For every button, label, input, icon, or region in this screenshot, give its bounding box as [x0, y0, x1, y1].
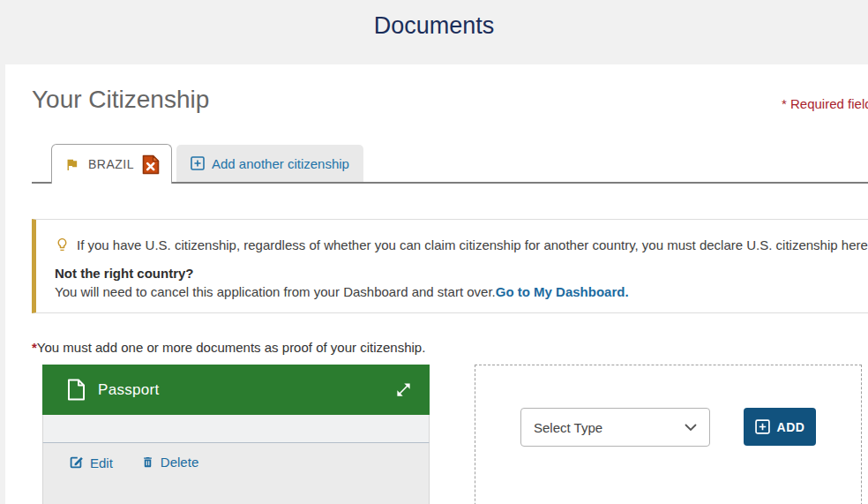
- add-document-button[interactable]: ADD: [744, 408, 816, 446]
- passport-card-title: Passport: [98, 381, 395, 399]
- remove-citizenship-icon[interactable]: [142, 154, 160, 175]
- trash-icon: [141, 455, 154, 470]
- passport-document-card: Passport Edit: [42, 365, 430, 504]
- content-card: * Required field Your Citizenship BRAZIL: [5, 64, 868, 504]
- info-line-text: If you have U.S. citizenship, regardless…: [77, 237, 868, 252]
- flag-icon: [64, 157, 80, 172]
- tab-add-label: Add another citizenship: [212, 156, 349, 171]
- citizenship-info-box: If you have U.S. citizenship, regardless…: [32, 219, 868, 313]
- delete-label: Delete: [161, 455, 198, 470]
- page-header: Documents: [0, 0, 868, 64]
- passport-card-subheader: [42, 415, 430, 443]
- plus-square-icon: [755, 419, 770, 434]
- edit-link[interactable]: Edit: [68, 455, 113, 470]
- lightbulb-icon: [55, 235, 70, 254]
- documents-requirement: *You must add one or more documents as p…: [32, 340, 868, 355]
- plus-square-icon: [191, 156, 205, 170]
- expand-icon[interactable]: [395, 381, 412, 398]
- section-title: Your Citizenship: [32, 84, 868, 116]
- page-title: Documents: [0, 0, 868, 40]
- chevron-down-icon: [685, 424, 697, 432]
- select-type-value: Select Type: [534, 420, 685, 435]
- passport-card-header: Passport: [42, 365, 430, 415]
- select-type-dropdown[interactable]: Select Type: [520, 408, 710, 447]
- passport-card-actions: Edit Delete: [42, 443, 430, 504]
- add-document-panel: Select Type ADD: [475, 365, 862, 504]
- info-line2-text: You will need to cancel this application…: [55, 284, 496, 299]
- go-to-dashboard-link[interactable]: Go to My Dashboard.: [496, 284, 629, 299]
- required-field-note: * Required field: [782, 96, 868, 111]
- documents-area: Passport Edit: [42, 365, 868, 504]
- delete-link[interactable]: Delete: [141, 455, 198, 470]
- documents-requirement-text: You must add one or more documents as pr…: [37, 340, 426, 355]
- tab-brazil[interactable]: BRAZIL: [51, 144, 172, 184]
- add-button-label: ADD: [777, 420, 805, 434]
- tab-brazil-label: BRAZIL: [88, 157, 134, 171]
- edit-icon: [68, 455, 84, 470]
- citizenship-tabs: BRAZIL Add another citizenship: [32, 144, 868, 184]
- tab-add-citizenship[interactable]: Add another citizenship: [176, 145, 363, 182]
- info-line2: You will need to cancel this application…: [55, 284, 868, 299]
- info-line: If you have U.S. citizenship, regardless…: [55, 235, 868, 254]
- info-heading: Not the right country?: [55, 266, 868, 281]
- document-icon: [67, 379, 86, 401]
- edit-label: Edit: [90, 455, 113, 470]
